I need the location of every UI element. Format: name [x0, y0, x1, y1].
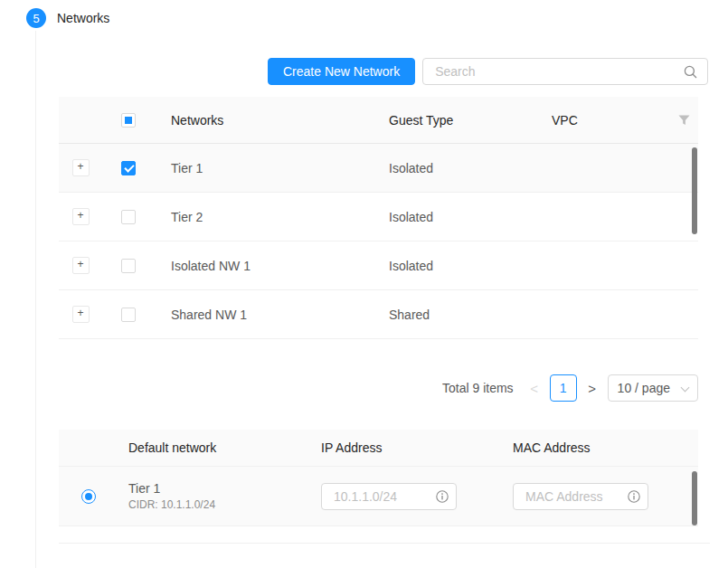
pagination-next-button[interactable]: >: [584, 381, 600, 396]
filter-funnel-icon[interactable]: [678, 115, 690, 126]
page-size-select[interactable]: 10 / page: [608, 374, 698, 402]
step-header: 5 Networks: [26, 8, 109, 28]
default-network-name: Tier 1: [128, 481, 312, 496]
table-row[interactable]: + Tier 2 Isolated: [59, 193, 698, 241]
expand-row-button[interactable]: +: [72, 208, 90, 225]
expand-row-button[interactable]: +: [72, 257, 90, 274]
ip-address-input[interactable]: [332, 488, 430, 505]
search-icon[interactable]: [684, 65, 697, 79]
networks-table-header: Networks Guest Type VPC: [59, 97, 698, 144]
mac-address-field-wrapper: [513, 483, 648, 510]
pagination-page-1-button[interactable]: 1: [550, 374, 577, 402]
network-name: Isolated NW 1: [155, 259, 373, 273]
pagination: Total 9 items < 1 > 10 / page: [442, 374, 698, 402]
guest-type-value: Isolated: [373, 210, 536, 224]
networks-table: Networks Guest Type VPC + Tier 1 Isolate…: [59, 97, 698, 339]
default-network-table-header: Default network IP Address MAC Address: [59, 430, 698, 467]
table-row[interactable]: + Tier 1 Isolated: [59, 144, 698, 193]
select-all-checkbox[interactable]: [121, 113, 136, 128]
expand-row-button[interactable]: +: [72, 159, 90, 176]
column-header-vpc: VPC: [536, 113, 670, 128]
networks-table-scrollbar[interactable]: [692, 147, 697, 234]
info-circle-icon[interactable]: [436, 490, 449, 503]
column-header-mac-address: MAC Address: [504, 440, 698, 455]
step-number-badge: 5: [26, 8, 46, 28]
toolbar: Create New Network: [268, 58, 708, 85]
ip-address-field-wrapper: [321, 483, 457, 510]
guest-type-value: Shared: [373, 308, 536, 322]
default-network-table-scrollbar[interactable]: [692, 471, 697, 525]
create-new-network-button[interactable]: Create New Network: [268, 58, 415, 85]
default-network-radio[interactable]: [81, 489, 96, 504]
pagination-prev-button[interactable]: <: [526, 381, 543, 396]
search-box: [422, 58, 708, 85]
search-input[interactable]: [433, 63, 676, 80]
chevron-down-icon: [681, 384, 688, 392]
section-divider: [59, 543, 710, 544]
column-header-default-network: Default network: [118, 440, 312, 455]
guest-type-value: Isolated: [373, 161, 536, 175]
column-header-networks: Networks: [155, 113, 373, 128]
row-checkbox[interactable]: [121, 161, 136, 175]
default-network-cidr: CIDR: 10.1.1.0/24: [128, 498, 312, 511]
network-name: Tier 2: [155, 210, 373, 224]
pagination-total: Total 9 items: [442, 381, 514, 395]
table-row[interactable]: + Shared NW 1 Shared: [59, 290, 698, 339]
row-checkbox[interactable]: [121, 210, 136, 224]
column-header-guest-type: Guest Type: [373, 113, 536, 128]
default-network-row[interactable]: Tier 1 CIDR: 10.1.1.0/24: [59, 467, 698, 526]
page-size-value: 10 / page: [618, 381, 670, 395]
step-number: 5: [33, 12, 39, 25]
step-title: Networks: [57, 11, 109, 25]
network-name: Shared NW 1: [155, 308, 373, 322]
network-name: Tier 1: [155, 161, 373, 175]
step-connector-line: [35, 31, 36, 568]
expand-row-button[interactable]: +: [72, 306, 90, 323]
default-network-table: Default network IP Address MAC Address T…: [59, 430, 698, 526]
mac-address-input[interactable]: [524, 488, 622, 505]
info-circle-icon[interactable]: [628, 490, 640, 503]
row-checkbox[interactable]: [121, 259, 136, 273]
column-header-ip-address: IP Address: [312, 440, 504, 455]
table-row[interactable]: + Isolated NW 1 Isolated: [59, 241, 698, 290]
guest-type-value: Isolated: [373, 259, 536, 273]
row-checkbox[interactable]: [121, 308, 136, 322]
